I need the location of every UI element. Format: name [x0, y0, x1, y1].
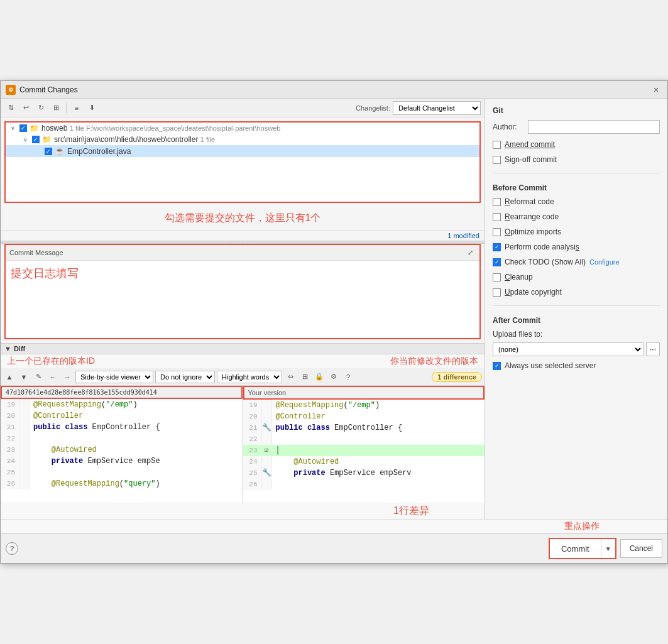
cleanup-checkbox[interactable] — [493, 273, 501, 281]
amend-commit-label[interactable]: Amend commit — [505, 140, 555, 149]
diff-highlight-select[interactable]: Highlight words — [217, 371, 282, 383]
reformat-checkbox[interactable] — [493, 198, 501, 206]
tree-row-empcontroller[interactable]: ✓ ☕ EmpController.java — [6, 145, 479, 157]
tree-label-hosweb: hosweb 1 file F:\work\workspace\idea_spa… — [41, 124, 280, 133]
bottom-bar: ? Commit ▼ Cancel — [1, 533, 667, 563]
expand-src[interactable]: ∨ — [23, 136, 30, 143]
upload-dots-button[interactable]: ··· — [646, 342, 660, 356]
copyright-label[interactable]: Update copyright — [505, 288, 562, 297]
changelist-label: Changelist: — [356, 104, 390, 112]
code-line-l20: 20 @Controller — [1, 410, 243, 422]
diff-lock-btn[interactable]: 🔒 — [313, 371, 326, 383]
git-section-title: Git — [493, 106, 660, 115]
diff-fwd-btn[interactable]: → — [61, 371, 74, 383]
diff-left-pane: 47d107641e4d28e88fee8f8163e155cdd930d414… — [1, 386, 243, 503]
code-line-l25: 25 — [1, 467, 243, 478]
author-input[interactable] — [528, 120, 660, 134]
app-icon: ⚙ — [6, 85, 16, 95]
toolbar-move-btn[interactable]: ⇅ — [4, 102, 17, 114]
todo-checkbox[interactable]: ✓ — [493, 258, 501, 266]
optimize-checkbox[interactable] — [493, 228, 501, 236]
code-line-r26: 26 — [243, 479, 485, 490]
diff-left-hash: 47d107641e4d28e88fee8f8163e155cdd930d414 — [6, 389, 157, 396]
checkbox-emp[interactable]: ✓ — [45, 148, 52, 155]
right-panel: Git Author: Amend commit Sign-off commit… — [485, 99, 667, 519]
optimize-label[interactable]: Optimize imports — [505, 227, 561, 236]
diff-help-btn[interactable]: ? — [342, 371, 354, 383]
diff-back-btn[interactable]: ← — [47, 371, 59, 383]
diff-collapse-btn[interactable]: ⊞ — [298, 371, 311, 383]
upload-select[interactable]: (none) — [493, 342, 643, 356]
always-use-label[interactable]: Always use selected server — [505, 361, 596, 370]
cleanup-label[interactable]: Cleanup — [505, 273, 533, 281]
toolbar-refresh-btn[interactable]: ↻ — [35, 102, 47, 114]
window-title: Commit Changes — [19, 85, 78, 94]
cleanup-row: Cleanup — [493, 273, 660, 281]
diff-ignore-select[interactable]: Do not ignore — [155, 371, 215, 383]
reformat-row: Reformat code — [493, 197, 660, 206]
rearrange-label[interactable]: Rearrange code — [505, 212, 559, 221]
close-button[interactable]: × — [650, 84, 662, 96]
tree-row-src[interactable]: ∨ ✓ 📁 src\main\java\com\hliedu\hosweb\co… — [6, 134, 479, 145]
amend-commit-checkbox[interactable] — [493, 141, 501, 149]
title-bar: ⚙ Commit Changes × — [1, 81, 667, 99]
title-bar-left: ⚙ Commit Changes — [6, 85, 78, 95]
tree-label-emp: EmpController.java — [67, 147, 131, 156]
code-line-l22: 22 — [1, 433, 243, 444]
always-use-checkbox[interactable]: ✓ — [493, 362, 501, 370]
commit-arrow-button[interactable]: ▼ — [601, 539, 615, 558]
main-toolbar: ⇅ ↩ ↻ ⊞ ≡ ⬇ Changelist: Default Changeli… — [1, 99, 485, 117]
diff-badge: 1 difference — [432, 372, 482, 382]
diff-edit-btn[interactable]: ✎ — [32, 371, 45, 383]
toolbar-group-btn[interactable]: ⊞ — [50, 102, 62, 114]
upload-label: Upload files to: — [493, 330, 660, 339]
diff-prev-btn[interactable]: ▲ — [3, 371, 16, 383]
diff-area: ▼ Diff 上一个已存在的版本ID 你当前修改文件的版本 ▲ ▼ ✎ ← → … — [1, 343, 485, 519]
copyright-checkbox[interactable] — [493, 288, 501, 297]
checkbox-src[interactable]: ✓ — [32, 136, 40, 143]
commit-key-annotation-bar: 重点操作 — [1, 519, 667, 533]
toolbar-undo-btn[interactable]: ↩ — [19, 102, 32, 114]
cancel-button[interactable]: Cancel — [620, 539, 662, 558]
checkbox-hosweb[interactable]: ✓ — [19, 124, 27, 132]
diff-left-code[interactable]: 19 @RequestMapping("/emp") 20 @Controlle… — [1, 399, 243, 503]
copyright-row: Update copyright — [493, 288, 660, 297]
todo-label[interactable]: Check TODO (Show All) — [505, 258, 586, 266]
diff-right-code[interactable]: 19 @RequestMapping("/emp") 20 @Controlle… — [243, 400, 485, 503]
commit-msg-expand-btn[interactable]: ⤢ — [464, 247, 476, 258]
bottom-right: Commit ▼ Cancel — [549, 538, 662, 559]
rearrange-checkbox[interactable] — [493, 213, 501, 221]
commit-message-section: Commit Message ⤢ 提交日志填写 — [4, 244, 481, 339]
diff-next-btn[interactable]: ▼ — [18, 371, 30, 383]
analyze-label[interactable]: Perform code analysis — [505, 243, 579, 251]
tree-label-src: src\main\java\com\hliedu\hosweb\controll… — [54, 135, 215, 144]
configure-link[interactable]: Configure — [589, 258, 620, 266]
divider-2 — [493, 305, 660, 306]
code-line-r25: 25 🔧 private EmpService empServ — [243, 467, 485, 479]
tree-row-hosweb[interactable]: ∨ ✓ 📁 hosweb 1 file F:\work\workspace\id… — [6, 123, 479, 134]
signoff-commit-checkbox[interactable] — [493, 156, 501, 164]
commit-main-button[interactable]: Commit — [550, 539, 601, 558]
code-line-r22: 22 — [243, 434, 485, 445]
java-file-icon: ☕ — [55, 146, 65, 156]
toolbar-separator-1 — [66, 103, 67, 113]
diff-viewer-select[interactable]: Side-by-side viewer — [75, 371, 153, 383]
commit-message-input[interactable]: 提交日志填写 — [6, 261, 479, 336]
toolbar-sort-btn[interactable]: ≡ — [70, 102, 83, 114]
reformat-label[interactable]: Reformat code — [505, 197, 554, 206]
upload-row: (none) ··· — [493, 342, 660, 356]
changelist-select[interactable]: Default Changelist — [393, 101, 481, 115]
toolbar-filter-btn[interactable]: ⬇ — [85, 102, 98, 114]
code-line-l23: 23 @Autowired — [1, 444, 243, 456]
help-button[interactable]: ? — [6, 542, 18, 555]
code-line-l19: 19 @RequestMapping("/emp") — [1, 399, 243, 410]
code-line-r24: 24 @Autowired — [243, 456, 485, 467]
file-tree: ∨ ✓ 📁 hosweb 1 file F:\work\workspace\id… — [4, 121, 481, 203]
diff-align-btn[interactable]: ⇔ — [284, 371, 297, 383]
always-use-row: ✓ Always use selected server — [493, 361, 660, 370]
expand-hosweb[interactable]: ∨ — [11, 125, 17, 131]
code-line-r19: 19 @RequestMapping("/emp") — [243, 400, 485, 411]
signoff-commit-label[interactable]: Sign-off commit — [505, 155, 557, 164]
diff-settings-btn[interactable]: ⚙ — [327, 371, 340, 383]
analyze-checkbox[interactable]: ✓ — [493, 243, 501, 251]
